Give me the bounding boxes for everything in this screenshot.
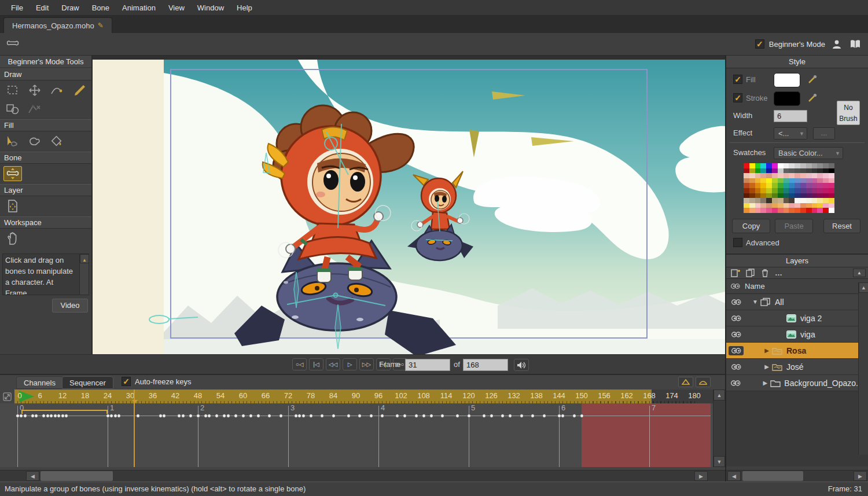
hint-scroll-up-button[interactable]: ▲ [80, 254, 89, 263]
palette-swatch[interactable] [829, 198, 834, 203]
palette-swatch[interactable] [778, 193, 784, 199]
pan-hand-tool[interactable] [3, 231, 22, 246]
layers-scroll-up-button[interactable]: ▲ [859, 282, 868, 293]
palette-swatch[interactable] [800, 163, 806, 168]
collapse-panel-button[interactable]: ▲ [853, 269, 866, 277]
palette-swatch[interactable] [744, 173, 749, 178]
keyframe-dot[interactable] [490, 414, 494, 418]
layer-row-jos[interactable]: ▶José [726, 359, 858, 375]
keyframe-dot[interactable] [117, 414, 121, 418]
keyframe-dot[interactable] [267, 414, 271, 418]
palette-swatch[interactable] [789, 183, 795, 188]
palette-swatch[interactable] [806, 168, 812, 174]
palette-swatch[interactable] [789, 193, 795, 199]
layer-visibility-toggle[interactable] [729, 315, 744, 322]
palette-swatch[interactable] [823, 163, 829, 168]
palette-swatch[interactable] [812, 183, 818, 188]
keyframe-dot[interactable] [501, 414, 505, 418]
keyframe-dot[interactable] [561, 414, 565, 418]
step-forward-button[interactable]: ▷▷ [359, 358, 374, 370]
palette-swatch[interactable] [755, 173, 761, 178]
timeline-track-area[interactable]: 01234567 [0, 403, 713, 467]
palette-swatch[interactable] [795, 188, 800, 193]
reset-style-button[interactable]: Reset [823, 219, 860, 233]
timeline-scroll-down-button[interactable]: ▼ [713, 456, 725, 467]
timeline-horizontal-scrollbar[interactable]: ◀ ▶ [0, 470, 725, 482]
palette-swatch[interactable] [766, 188, 772, 193]
palette-swatch[interactable] [795, 163, 800, 168]
keyframe-dot[interactable] [226, 414, 230, 418]
palette-swatch[interactable] [800, 178, 806, 183]
layer-row-viga-2[interactable]: viga 2 [726, 310, 858, 326]
palette-swatch[interactable] [766, 203, 772, 208]
keyframe-dot[interactable] [181, 414, 185, 418]
layer-visibility-toggle[interactable] [729, 299, 744, 306]
palette-swatch[interactable] [749, 203, 755, 208]
keyframe-dot[interactable] [279, 414, 283, 418]
menu-item-bone[interactable]: Bone [86, 1, 116, 14]
layers-horizontal-scrollbar[interactable]: ◀ ▶ [726, 470, 868, 482]
keyframe-dot[interactable] [207, 414, 211, 418]
palette-swatch[interactable] [778, 178, 784, 183]
keyframe-dot[interactable] [177, 414, 181, 418]
palette-swatch[interactable] [795, 178, 800, 183]
transform-points-tool[interactable] [25, 83, 44, 98]
palette-swatch[interactable] [817, 178, 823, 183]
keyframe-dot[interactable] [256, 414, 260, 418]
palette-swatch[interactable] [749, 168, 755, 174]
palette-swatch[interactable] [749, 198, 755, 203]
keyframe-dot[interactable] [520, 414, 524, 418]
layer-expand-toggle[interactable]: ▶ [762, 363, 771, 370]
palette-swatch[interactable] [760, 203, 766, 208]
keyframe-dot[interactable] [422, 414, 426, 418]
canvas-viewport[interactable] [93, 56, 725, 354]
effect-dropdown[interactable]: <...▼ [774, 127, 807, 139]
palette-swatch[interactable] [778, 208, 784, 213]
fill-eyedropper-icon[interactable] [807, 74, 818, 84]
stroke-color-swatch[interactable] [774, 91, 800, 106]
palette-swatch[interactable] [760, 168, 766, 174]
palette-swatch[interactable] [829, 168, 834, 174]
palette-swatch[interactable] [800, 188, 806, 193]
palette-swatch[interactable] [817, 163, 823, 168]
palette-swatch[interactable] [817, 173, 823, 178]
beginners-mode-checkbox[interactable]: ✓ [755, 39, 764, 49]
palette-swatch[interactable] [766, 173, 772, 178]
menu-item-help[interactable]: Help [230, 1, 259, 14]
palette-swatch[interactable] [760, 188, 766, 193]
palette-swatch[interactable] [812, 193, 818, 199]
palette-swatch[interactable] [772, 193, 778, 199]
keyframe-dot[interactable] [162, 414, 166, 418]
palette-swatch[interactable] [823, 183, 829, 188]
palette-swatch[interactable] [760, 173, 766, 178]
palette-swatch[interactable] [795, 183, 800, 188]
keyframe-dot[interactable] [297, 414, 301, 418]
palette-swatch[interactable] [829, 163, 834, 168]
layer-expand-toggle[interactable]: ▶ [762, 347, 771, 354]
keyframe-dot[interactable] [542, 414, 546, 418]
palette-swatch[interactable] [806, 208, 812, 213]
keyframe-dot[interactable] [467, 414, 471, 418]
palette-swatch[interactable] [817, 208, 823, 213]
keyframe-dot[interactable] [189, 414, 193, 418]
palette-swatch[interactable] [806, 193, 812, 199]
palette-swatch[interactable] [789, 178, 795, 183]
keyframe-dot[interactable] [301, 414, 306, 418]
keyframe-dot[interactable] [241, 414, 245, 418]
palette-swatch[interactable] [812, 168, 818, 174]
keyframe-dot[interactable] [429, 414, 433, 418]
palette-swatch[interactable] [760, 178, 766, 183]
transform-layer-tool[interactable] [3, 199, 22, 214]
create-shape-tool[interactable] [25, 134, 44, 149]
layer-visibility-toggle[interactable] [729, 331, 744, 338]
palette-swatch[interactable] [829, 208, 834, 213]
swatches-dropdown[interactable]: Basic Color...▼ [774, 147, 843, 159]
documentation-book-button[interactable] [848, 38, 862, 50]
stroke-checkbox[interactable]: ✓ [733, 93, 742, 102]
palette-swatch[interactable] [755, 203, 761, 208]
palette-swatch[interactable] [784, 173, 789, 178]
palette-swatch[interactable] [766, 208, 772, 213]
layer-more-options-button[interactable]: … [775, 269, 782, 277]
timeline-scroll-thumb[interactable] [41, 471, 113, 481]
duplicate-layer-button[interactable] [746, 269, 755, 277]
